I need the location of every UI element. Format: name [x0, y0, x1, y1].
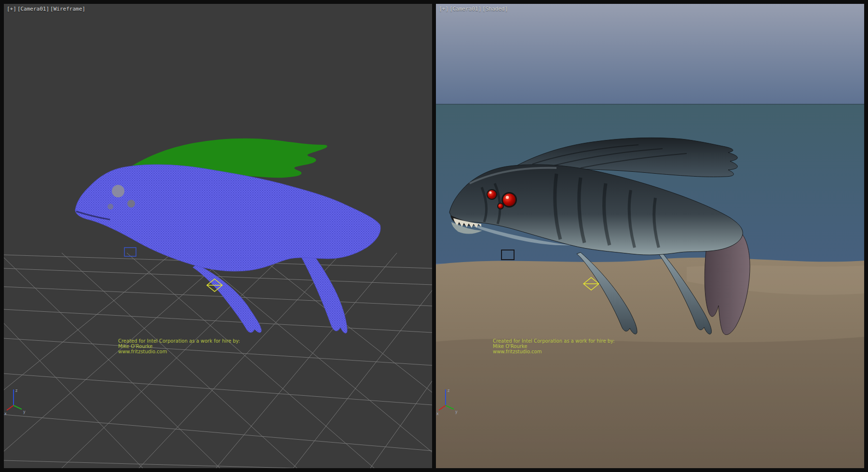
eye-spot	[108, 204, 113, 209]
watermark-line: Created for Intel Corporation as a work …	[493, 338, 615, 344]
viewport-scene-wireframe[interactable]: z x y	[4, 4, 432, 468]
watermark-line: Mike O'Rourke	[493, 344, 615, 349]
viewport-menu-plus[interactable]: [+]	[7, 6, 16, 12]
fish-model-wireframe[interactable]	[75, 139, 380, 333]
sky-backdrop	[436, 4, 864, 105]
eye-spot	[127, 200, 135, 208]
selection-box-helper[interactable]	[124, 248, 136, 256]
watermark-line: www.fritzstudio.com	[493, 349, 615, 354]
viewport-menu-shading[interactable]: [Shaded]	[482, 6, 508, 12]
viewport-menu-shading[interactable]: [Wireframe]	[50, 6, 85, 12]
watermark-line: Created for Intel Corporation as a work …	[118, 338, 240, 344]
watermark-line: Mike O'Rourke	[118, 344, 240, 349]
axis-y-label: y	[455, 410, 458, 414]
viewport-menu-bar: [+][Camera01][Wireframe]	[7, 6, 86, 12]
viewport-shaded[interactable]: [+][Camera01][Shaded]	[436, 4, 864, 468]
world-axis-tripod: z x y	[4, 389, 26, 416]
viewport-menu-bar: [+][Camera01][Shaded]	[439, 6, 509, 12]
axis-y-label: y	[23, 410, 26, 414]
viewport-menu-camera[interactable]: [Camera01]	[449, 6, 481, 12]
eye-spot	[112, 185, 124, 197]
viewport-menu-plus[interactable]: [+]	[439, 6, 448, 12]
axis-z-label: z	[448, 389, 449, 393]
watermark-line: www.fritzstudio.com	[118, 349, 240, 354]
copyright-watermark: Created for Intel Corporation as a work …	[493, 338, 615, 354]
dual-viewport-canvas: [+][Camera01][Wireframe]	[0, 0, 868, 472]
copyright-watermark: Created for Intel Corporation as a work …	[118, 338, 240, 354]
axis-z-label: z	[15, 389, 17, 393]
axis-x-label: x	[4, 412, 7, 416]
viewport-wireframe[interactable]: [+][Camera01][Wireframe]	[4, 4, 432, 468]
horizon-edge	[436, 104, 864, 105]
axis-x-label: x	[436, 412, 439, 416]
sand-shading	[436, 337, 864, 468]
viewport-scene-shaded[interactable]: z x y	[436, 4, 864, 468]
viewport-menu-camera[interactable]: [Camera01]	[17, 6, 49, 12]
